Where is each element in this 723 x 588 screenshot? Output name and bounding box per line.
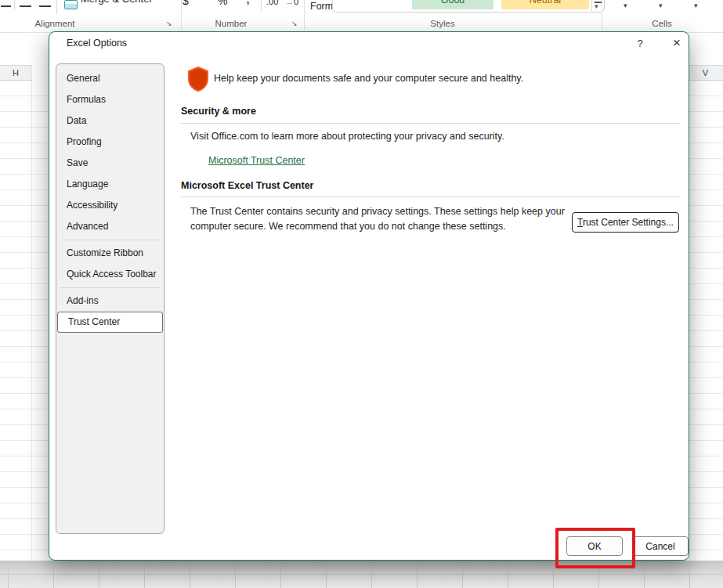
decrease-decimal-button[interactable]: →0 — [285, 0, 298, 6]
cell-styles-gallery: Good Neutral ▾ — [332, 0, 605, 13]
section-divider — [181, 123, 679, 124]
dialog-title: Excel Options — [67, 38, 127, 49]
spreadsheet-left-area: H — [0, 32, 49, 561]
delete-dropdown-chevron-icon[interactable]: ▾ — [659, 2, 663, 9]
sidebar-item-trust-center[interactable]: Trust Center — [57, 312, 163, 333]
trust-center-settings-button[interactable]: Trust Center Settings... — [572, 212, 679, 233]
number-dialog-launcher-icon[interactable]: ↘ — [291, 20, 298, 27]
group-separator — [602, 0, 602, 30]
decrease-decimal-arrow-icon: → — [285, 0, 294, 6]
percent-style-button[interactable]: % — [218, 0, 227, 7]
grid-row-line — [0, 574, 723, 575]
increase-decimal-button[interactable]: .00 — [266, 0, 278, 6]
sidebar-item-save[interactable]: Save — [56, 153, 164, 174]
security-more-body: Visit Office.com to learn more about pro… — [190, 131, 504, 142]
align-right-icon[interactable] — [39, 5, 51, 7]
ribbon-group-label-number: Number — [200, 19, 262, 28]
group-separator — [181, 0, 182, 30]
sidebar-divider — [60, 240, 160, 240]
grid-rows — [688, 81, 723, 561]
gallery-more-icon: ▾ — [595, 2, 598, 10]
column-header-v[interactable]: V — [688, 65, 723, 81]
options-sidebar: General Formulas Data Proofing Save Lang… — [56, 63, 164, 534]
sidebar-item-accessibility[interactable]: Accessibility — [56, 195, 164, 216]
separator — [261, 0, 262, 11]
trust-center-description: The Trust Center contains security and p… — [190, 204, 565, 234]
sidebar-item-quick-access-toolbar[interactable]: Quick Access Toolbar — [56, 264, 164, 285]
sidebar-item-data[interactable]: Data — [56, 110, 164, 132]
spreadsheet-right-area: V — [688, 32, 723, 561]
align-center-icon[interactable] — [20, 5, 31, 7]
sidebar-divider — [60, 287, 160, 288]
group-separator — [304, 0, 305, 30]
sidebar-item-language[interactable]: Language — [56, 174, 164, 195]
sidebar-item-advanced[interactable]: Advanced — [56, 216, 164, 237]
cancel-button[interactable]: Cancel — [632, 536, 689, 556]
format-dropdown-chevron-icon[interactable]: ▾ — [694, 2, 698, 9]
comma-style-button[interactable]: , — [246, 0, 250, 7]
grid-column-line — [31, 65, 32, 561]
align-text-icon[interactable] — [1, 5, 11, 7]
ribbon-group-label-styles: Styles — [411, 19, 474, 28]
separator — [14, 0, 15, 9]
ribbon: Merge & Center $ % , .00 →0 Formatting ▾… — [0, 0, 723, 33]
accounting-format-button[interactable]: $ — [183, 0, 189, 7]
sidebar-item-add-ins[interactable]: Add-ins — [56, 290, 164, 312]
security-shield-icon — [187, 67, 209, 92]
security-more-heading: Security & more — [181, 106, 256, 117]
sidebar-item-general[interactable]: General — [56, 68, 164, 89]
ribbon-group-label-cells: Cells — [631, 19, 693, 28]
merge-center-icon[interactable] — [64, 0, 78, 9]
grid-rows — [0, 81, 49, 561]
merge-center-button[interactable]: Merge & Center — [81, 0, 153, 5]
sidebar-item-formulas[interactable]: Formulas — [56, 89, 164, 110]
microsoft-trust-center-link[interactable]: Microsoft Trust Center — [208, 155, 305, 166]
help-icon[interactable]: ? — [632, 36, 648, 52]
sidebar-item-proofing[interactable]: Proofing — [56, 132, 164, 153]
ribbon-group-label-alignment: Alignment — [23, 19, 86, 28]
style-chip-good[interactable]: Good — [412, 0, 493, 9]
sidebar-item-customize-ribbon[interactable]: Customize Ribbon — [56, 243, 164, 264]
annotation-ok-highlight — [555, 528, 635, 568]
column-header-h[interactable]: H — [0, 65, 31, 81]
alignment-dialog-launcher-icon[interactable]: ↘ — [166, 20, 172, 27]
excel-trust-center-heading: Microsoft Excel Trust Center — [181, 180, 314, 191]
insert-dropdown-chevron-icon[interactable]: ▾ — [624, 2, 627, 9]
excel-options-dialog: Excel Options ? × General Formulas Data … — [49, 31, 689, 561]
close-icon[interactable]: × — [667, 34, 686, 52]
style-chip-neutral[interactable]: Neutral — [501, 0, 589, 9]
trust-center-intro-text: Help keep your documents safe and your c… — [214, 73, 523, 84]
separator — [56, 0, 57, 14]
section-divider — [181, 197, 679, 197]
